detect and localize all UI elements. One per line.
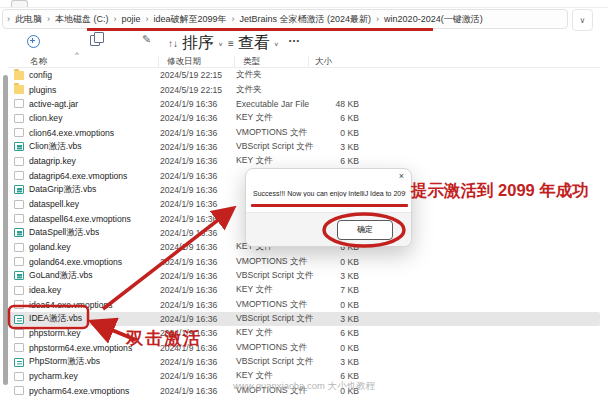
breadcrumb-separator-icon: ›	[232, 14, 235, 24]
vbscript-file-icon	[14, 142, 24, 151]
file-type: VMOPTIONS 文件	[236, 299, 313, 311]
file-explorer-window: ›此电脑›本地磁盘 (C:)›pojie›idea破解至2099年›JetBra…	[0, 0, 608, 400]
file-date: 2024/1/9 16:36	[160, 386, 236, 396]
file-size: 6 KB	[313, 156, 361, 166]
file-name: phpstorm64.exe.vmoptions	[29, 343, 160, 353]
ok-button[interactable]: 确定	[337, 220, 393, 240]
address-dropdown-icon: ∨	[580, 16, 586, 25]
new-item-icon[interactable]	[27, 35, 40, 48]
copy-icon[interactable]	[90, 35, 100, 46]
file-type: KEY 文件	[236, 155, 313, 167]
file-icon	[14, 343, 24, 352]
breadcrumb-item[interactable]: pojie	[122, 14, 141, 24]
file-name: pycharm64.exe.vmoptions	[29, 386, 160, 396]
file-icon	[14, 99, 24, 108]
breadcrumb-item[interactable]: JetBrains 全家桶激活 (2024最新)	[240, 13, 372, 26]
file-date: 2024/1/9 16:36	[160, 156, 236, 166]
file-row[interactable]: clion64.exe.vmoptions2024/1/9 16:36VMOPT…	[8, 125, 600, 139]
file-date: 2024/1/9 16:36	[160, 171, 236, 181]
file-name: datagrip.key	[29, 156, 160, 166]
file-date: 2024/1/9 16:36	[160, 343, 236, 353]
file-date: 2024/1/9 16:36	[160, 214, 236, 224]
file-name: clion.key	[29, 113, 160, 123]
file-row[interactable]: IDEA激活.vbs2024/1/9 16:36VBScript Script …	[8, 312, 600, 326]
file-row[interactable]: clion.key2024/1/9 16:36KEY 文件6 KB	[8, 111, 600, 125]
breadcrumb-separator-icon: ›	[114, 14, 117, 24]
file-type: KEY 文件	[236, 112, 313, 124]
file-row[interactable]: datagrip.key2024/1/9 16:36KEY 文件6 KB	[8, 154, 600, 168]
file-icon	[14, 300, 24, 309]
tab-stub[interactable]	[11, 0, 28, 7]
file-date: 2024/1/9 16:36	[160, 271, 236, 281]
file-icon	[14, 286, 24, 295]
breadcrumb-item[interactable]: idea破解至2099年	[154, 13, 227, 26]
file-date: 2024/1/9 16:36	[160, 99, 236, 109]
file-size: 3 KB	[313, 142, 361, 152]
file-row[interactable]: idea.key2024/1/9 16:36KEY 文件7 KB	[8, 283, 600, 297]
file-icon	[14, 257, 24, 266]
sort-button[interactable]: ↑↓ 排序 ∨	[168, 33, 223, 54]
address-dropdown-button[interactable]: ∨	[572, 9, 593, 31]
file-type: VBScript Script 文件	[236, 356, 313, 368]
view-label: 查看	[238, 33, 270, 54]
column-divider[interactable]	[234, 56, 235, 67]
file-date: 2024/1/9 16:36	[160, 128, 236, 138]
close-icon[interactable]: ×	[399, 171, 404, 181]
file-name: pycharm.key	[29, 371, 160, 381]
file-icon	[14, 128, 24, 137]
sort-label: 排序	[182, 33, 214, 54]
vbscript-file-icon	[14, 228, 24, 237]
breadcrumb-item[interactable]: 本地磁盘 (C:)	[55, 13, 109, 26]
file-size: 0 KB	[313, 300, 361, 310]
folder-icon	[14, 85, 24, 94]
file-name: config	[29, 70, 160, 80]
address-bar[interactable]: ›此电脑›本地磁盘 (C:)›pojie›idea破解至2099年›JetBra…	[2, 9, 568, 29]
file-name: dataspell.key	[29, 199, 160, 209]
file-type: KEY 文件	[236, 327, 313, 339]
file-date: 2024/1/9 16:36	[160, 328, 236, 338]
file-date: 2024/1/9 16:36	[160, 242, 236, 252]
column-divider[interactable]	[158, 56, 159, 67]
file-date: 2024/5/19 22:15	[160, 85, 236, 95]
file-name: idea.key	[29, 285, 160, 295]
file-row[interactable]: GoLand激活.vbs2024/1/9 16:36VBScript Scrip…	[8, 269, 600, 283]
breadcrumb-item[interactable]: 此电脑	[15, 13, 42, 26]
file-name: active-agt.jar	[29, 99, 160, 109]
file-size: 48 KB	[313, 99, 361, 109]
file-row[interactable]: phpstorm64.exe.vmoptions2024/1/9 16:36VM…	[8, 341, 600, 355]
file-row[interactable]: phpstorm.key2024/1/9 16:36KEY 文件6 KB	[8, 326, 600, 340]
file-name: dataspell64.exe.vmoptions	[29, 214, 160, 224]
view-button[interactable]: ≡ 查看 ∨	[228, 33, 279, 54]
file-name: Clion激活.vbs	[29, 141, 160, 153]
file-row[interactable]: config2024/5/19 22:15文件夹	[8, 68, 600, 82]
file-icon	[14, 200, 24, 209]
dialog-message: Success!!! Now you can enjoy IntelliJ Id…	[253, 190, 406, 197]
more-options-button[interactable]: …	[288, 31, 301, 45]
file-row[interactable]: plugins2024/5/19 22:15文件夹	[8, 82, 600, 96]
file-name: IDEA激活.vbs	[29, 313, 160, 325]
file-row[interactable]: Clion激活.vbs2024/1/9 16:36VBScript Script…	[8, 140, 600, 154]
file-icon	[14, 243, 24, 252]
file-row[interactable]: PhpStorm激活.vbs2024/1/9 16:36VBScript Scr…	[8, 355, 600, 369]
file-icon	[14, 386, 24, 395]
column-divider[interactable]	[308, 56, 309, 67]
file-size: 6 KB	[313, 328, 361, 338]
file-type: 文件夹	[236, 69, 313, 81]
dialog-footer: 确定	[246, 212, 411, 246]
file-type: VMOPTIONS 文件	[236, 342, 313, 354]
file-size: 6 KB	[313, 113, 361, 123]
file-row[interactable]: goland64.exe.vmoptions2024/1/9 16:36VMOP…	[8, 254, 600, 268]
file-icon	[14, 171, 24, 180]
file-row[interactable]: idea64.exe.vmoptions2024/1/9 16:36VMOPTI…	[8, 298, 600, 312]
breadcrumb-item[interactable]: win2020-2024(一键激活)	[384, 13, 483, 26]
vbscript-file-icon	[14, 315, 24, 324]
file-icon	[14, 372, 24, 381]
rename-icon[interactable]: ✎	[142, 33, 151, 46]
breadcrumb: ›此电脑›本地磁盘 (C:)›pojie›idea破解至2099年›JetBra…	[7, 13, 483, 26]
file-date: 2024/1/9 16:36	[160, 199, 236, 209]
file-row[interactable]: active-agt.jar2024/1/9 16:36Executable J…	[8, 97, 600, 111]
file-date: 2024/1/9 16:36	[160, 185, 236, 195]
file-name: goland64.exe.vmoptions	[29, 257, 160, 267]
column-header-row: ^ 名称 修改日期 类型 大小	[8, 55, 600, 67]
file-icon	[14, 114, 24, 123]
